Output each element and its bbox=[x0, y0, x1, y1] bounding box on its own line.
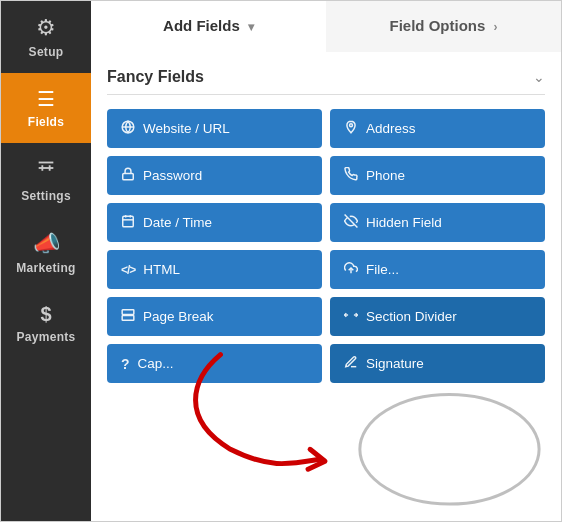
field-label-file-upload: File... bbox=[366, 262, 399, 277]
phone-icon bbox=[344, 167, 358, 184]
main-wrapper: Add Fields ▾ Field Options › Fancy Field… bbox=[91, 1, 561, 521]
section-chevron-icon[interactable]: ⌄ bbox=[533, 69, 545, 85]
payments-icon: $ bbox=[40, 303, 51, 326]
tab-field-options[interactable]: Field Options › bbox=[326, 1, 561, 52]
section-title: Fancy Fields bbox=[107, 68, 204, 86]
main-content: Add Fields ▾ Field Options › Fancy Field… bbox=[91, 1, 561, 521]
field-label-hidden-field: Hidden Field bbox=[366, 215, 442, 230]
field-btn-date-time[interactable]: Date / Time bbox=[107, 203, 322, 242]
sidebar-item-settings-label: Settings bbox=[21, 189, 71, 203]
add-fields-chevron: ▾ bbox=[248, 20, 254, 34]
field-label-captcha: Cap... bbox=[138, 356, 174, 371]
gear-icon: ⚙ bbox=[36, 15, 56, 41]
sidebar: ⚙ Setup ☰ Fields Settings 📣 Marketing $ … bbox=[1, 1, 91, 521]
field-label-section-divider: Section Divider bbox=[366, 309, 457, 324]
field-label-address: Address bbox=[366, 121, 416, 136]
tab-add-fields[interactable]: Add Fields ▾ bbox=[91, 1, 326, 52]
field-label-date-time: Date / Time bbox=[143, 215, 212, 230]
content-area: Fancy Fields ⌄ Website / URL Address bbox=[91, 52, 561, 521]
sidebar-item-marketing[interactable]: 📣 Marketing bbox=[1, 217, 91, 289]
sidebar-item-payments-label: Payments bbox=[16, 330, 75, 344]
page-break-icon bbox=[121, 308, 135, 325]
field-label-phone: Phone bbox=[366, 168, 405, 183]
sidebar-item-fields[interactable]: ☰ Fields bbox=[1, 73, 91, 143]
fields-icon: ☰ bbox=[37, 87, 55, 111]
sidebar-item-setup[interactable]: ⚙ Setup bbox=[1, 1, 91, 73]
password-icon bbox=[121, 167, 135, 184]
field-btn-signature[interactable]: Signature bbox=[330, 344, 545, 383]
svg-rect-14 bbox=[122, 310, 134, 315]
field-label-html: HTML bbox=[143, 262, 180, 277]
hidden-field-icon bbox=[344, 214, 358, 231]
field-label-password: Password bbox=[143, 168, 202, 183]
field-btn-page-break[interactable]: Page Break bbox=[107, 297, 322, 336]
field-btn-hidden-field[interactable]: Hidden Field bbox=[330, 203, 545, 242]
field-btn-phone[interactable]: Phone bbox=[330, 156, 545, 195]
field-btn-file-upload[interactable]: File... bbox=[330, 250, 545, 289]
sidebar-item-payments[interactable]: $ Payments bbox=[1, 289, 91, 358]
section-header: Fancy Fields ⌄ bbox=[107, 68, 545, 95]
field-btn-html[interactable]: </> HTML bbox=[107, 250, 322, 289]
top-tabs: Add Fields ▾ Field Options › bbox=[91, 1, 561, 52]
sidebar-item-setup-label: Setup bbox=[29, 45, 64, 59]
address-icon bbox=[344, 120, 358, 137]
website-url-icon bbox=[121, 120, 135, 137]
field-btn-section-divider[interactable]: Section Divider bbox=[330, 297, 545, 336]
field-options-chevron: › bbox=[494, 20, 498, 34]
sidebar-item-marketing-label: Marketing bbox=[16, 261, 75, 275]
field-btn-website-url[interactable]: Website / URL bbox=[107, 109, 322, 148]
field-label-website-url: Website / URL bbox=[143, 121, 230, 136]
marketing-icon: 📣 bbox=[33, 231, 60, 257]
field-options-label: Field Options bbox=[389, 17, 485, 34]
svg-rect-15 bbox=[122, 316, 134, 321]
field-label-page-break: Page Break bbox=[143, 309, 214, 324]
captcha-icon: ? bbox=[121, 356, 130, 372]
section-divider-icon bbox=[344, 308, 358, 325]
date-time-icon bbox=[121, 214, 135, 231]
add-fields-label: Add Fields bbox=[163, 17, 240, 34]
field-btn-captcha[interactable]: ? Cap... bbox=[107, 344, 322, 383]
field-btn-password[interactable]: Password bbox=[107, 156, 322, 195]
sidebar-item-fields-label: Fields bbox=[28, 115, 64, 129]
field-btn-address[interactable]: Address bbox=[330, 109, 545, 148]
signature-icon bbox=[344, 355, 358, 372]
svg-rect-8 bbox=[123, 216, 134, 227]
svg-rect-7 bbox=[123, 173, 134, 179]
svg-point-6 bbox=[350, 124, 353, 127]
settings-icon bbox=[35, 157, 57, 185]
file-upload-icon bbox=[344, 261, 358, 278]
fields-grid: Website / URL Address Password bbox=[107, 109, 545, 383]
html-icon: </> bbox=[121, 263, 135, 277]
sidebar-item-settings[interactable]: Settings bbox=[1, 143, 91, 217]
field-label-signature: Signature bbox=[366, 356, 424, 371]
